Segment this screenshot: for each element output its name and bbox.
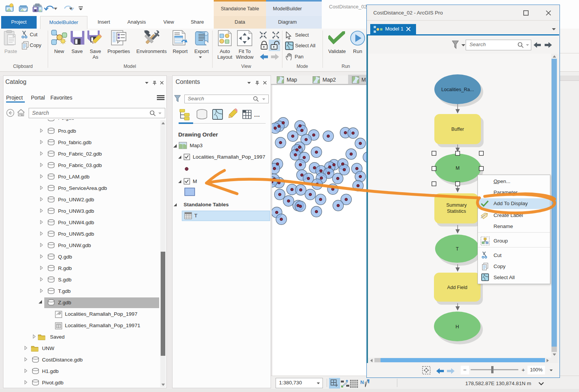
svg-text:Pro_UNW4.gdb: Pro_UNW4.gdb [58, 220, 94, 225]
svg-text:Localities_Ra...: Localities_Ra... [441, 87, 474, 92]
svg-text:Statistics: Statistics [447, 209, 466, 214]
svg-text:CostDistance.gdb: CostDistance.gdb [42, 357, 83, 363]
svg-text:Pro_Fabric_03.gdb: Pro_Fabric_03.gdb [58, 162, 102, 168]
svg-text:UNW: UNW [42, 345, 54, 351]
svg-text:Buffer: Buffer [451, 127, 464, 132]
svg-text:Localities_Ramallah_Pop_1997: Localities_Ramallah_Pop_1997 [65, 311, 137, 317]
svg-text:Pro_UNW5.gdb: Pro_UNW5.gdb [58, 231, 94, 237]
svg-text:T: T [456, 246, 459, 252]
svg-text:Pro_ServiceArea.gdb: Pro_ServiceArea.gdb [58, 185, 107, 191]
svg-text:T: T [194, 213, 197, 218]
svg-text:Pro_Fabric_02.gdb: Pro_Fabric_02.gdb [58, 151, 102, 157]
svg-text:T.gdb: T.gdb [58, 288, 71, 294]
svg-text:N: N [360, 379, 364, 385]
svg-text:Pro_UNW3.gdb: Pro_UNW3.gdb [58, 208, 94, 214]
svg-text:Pro_LAM.gdb: Pro_LAM.gdb [58, 174, 90, 180]
svg-text:Q.gdb: Q.gdb [58, 254, 72, 260]
svg-text:H: H [455, 324, 459, 329]
svg-text:Pro.gdb: Pro.gdb [58, 128, 76, 134]
svg-text:Localities_Ramallah_Pop_1997: Localities_Ramallah_Pop_1997 [193, 154, 265, 160]
svg-text:Localities_Ramallah_Pop_19971: Localities_Ramallah_Pop_19971 [65, 323, 140, 328]
svg-text:Add Field: Add Field [447, 285, 468, 290]
svg-text:Map3: Map3 [190, 143, 203, 148]
svg-text:Standalone Tables: Standalone Tables [184, 202, 229, 207]
svg-text:Summary: Summary [446, 202, 467, 208]
svg-text:P5.gdb: P5.gdb [58, 119, 74, 121]
svg-text:Z.gdb: Z.gdb [58, 300, 71, 305]
svg-text:S.gdb: S.gdb [58, 277, 71, 283]
svg-text:Pro_UNW2.gdb: Pro_UNW2.gdb [58, 197, 94, 202]
svg-text:R.gdb: R.gdb [58, 265, 72, 271]
svg-text:Pivot.gdb: Pivot.gdb [42, 380, 63, 386]
svg-text:M: M [456, 165, 460, 171]
svg-text:H1.gdb: H1.gdb [42, 368, 59, 374]
svg-text:Saved: Saved [50, 334, 65, 340]
svg-text:Pro_fabric.gdb: Pro_fabric.gdb [58, 140, 92, 145]
svg-text:M: M [193, 178, 197, 184]
svg-text:Pro_UNW.gdb: Pro_UNW.gdb [58, 243, 91, 248]
